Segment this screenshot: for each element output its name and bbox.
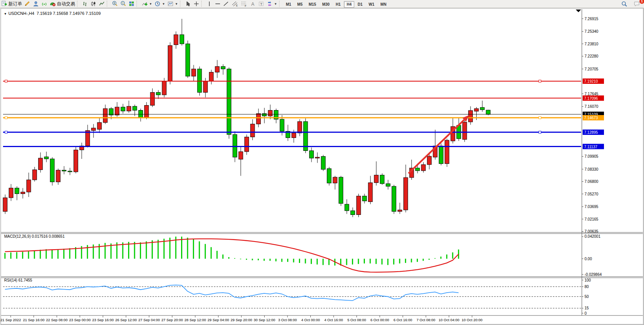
profile-button[interactable] xyxy=(32,0,40,7)
search-icon xyxy=(621,1,628,7)
zoom-out-button[interactable] xyxy=(119,0,127,7)
candle xyxy=(150,93,154,106)
timeframe-button-h1[interactable]: H1 xyxy=(333,1,343,8)
notifications-button[interactable]: 1 xyxy=(633,0,642,7)
text-label-tool-button[interactable]: T xyxy=(257,0,265,7)
price-tick-label: 7.09905 xyxy=(585,154,599,158)
candle xyxy=(469,110,473,122)
auto-trading-label: 自动交易 xyxy=(57,1,75,7)
zoom-in-button[interactable] xyxy=(111,0,119,7)
timeframe-button-d1[interactable]: D1 xyxy=(355,1,365,8)
rsi-axis-label: 50 xyxy=(585,295,589,299)
time-axis-label: 28 Sep 12:00 xyxy=(185,318,206,322)
candle xyxy=(439,146,443,164)
line-handle[interactable] xyxy=(5,131,7,133)
candle xyxy=(292,133,296,138)
periods-button[interactable]: ▼ xyxy=(153,0,166,7)
time-axis-label: 6 Oct 16:00 xyxy=(393,318,412,322)
bar-chart-button[interactable] xyxy=(81,0,89,7)
candlestick-chart-button[interactable] xyxy=(89,0,98,7)
price-tick-label: 7.23810 xyxy=(585,42,599,46)
timeframe-button-w1[interactable]: W1 xyxy=(366,1,377,8)
timeframe-button-m1[interactable]: M1 xyxy=(283,1,294,8)
candle xyxy=(339,177,343,203)
price-tick-label: 7.00635 xyxy=(585,229,599,234)
horizontal-line-tool-button[interactable] xyxy=(214,0,222,7)
toolbar-right-group: 1 xyxy=(620,0,642,8)
time-axis-label: 4 Oct 16:00 xyxy=(324,318,343,322)
text-label-icon: T xyxy=(258,1,264,7)
candle xyxy=(156,93,161,95)
bar-chart-icon xyxy=(82,1,88,7)
candle xyxy=(315,157,320,158)
price-tick-label: 7.03695 xyxy=(585,205,599,209)
timeframe-button-h4[interactable]: H4 xyxy=(344,1,354,8)
cursor-tool-button[interactable] xyxy=(184,0,192,7)
candle xyxy=(262,114,267,116)
toolbar-separator xyxy=(77,1,80,7)
time-axis-label: 10 Oct 04:00 xyxy=(438,318,459,322)
trendline-tool-button[interactable] xyxy=(222,0,230,7)
candle xyxy=(203,81,207,93)
arrows-tool-button[interactable]: ▼ xyxy=(265,0,278,7)
dropdown-caret-icon: ▼ xyxy=(175,2,178,6)
auto-trading-button[interactable]: 自动交易 xyxy=(48,0,76,7)
main-toolbar: 新订单 自动交易 xyxy=(0,0,644,8)
candle xyxy=(145,106,149,118)
line-chart-button[interactable] xyxy=(98,0,106,7)
fibonacci-tool-button[interactable]: F xyxy=(239,0,249,7)
templates-button[interactable]: ▼ xyxy=(166,0,179,7)
timeframe-button-m5[interactable]: M5 xyxy=(295,1,305,8)
timeframe-button-m30[interactable]: M30 xyxy=(320,1,332,8)
vertical-line-tool-button[interactable] xyxy=(205,0,214,7)
candle xyxy=(251,124,255,137)
candle xyxy=(50,159,55,182)
timeframe-button-mn[interactable]: MN xyxy=(378,1,389,8)
candle xyxy=(445,140,449,164)
candle xyxy=(416,168,420,171)
trendline-icon xyxy=(223,1,229,7)
signal-button[interactable] xyxy=(40,0,48,7)
line-handle[interactable] xyxy=(539,80,541,82)
trading-platform-window: { "toolbar": { "new_order": "新订单", "auto… xyxy=(0,0,644,325)
time-axis-label: 3 Oct 08:00 xyxy=(278,318,297,322)
timeframe-button-m15[interactable]: M15 xyxy=(306,1,319,8)
line-handle[interactable] xyxy=(5,80,7,82)
text-icon: A xyxy=(250,1,256,7)
search-button[interactable] xyxy=(620,0,629,7)
time-axis-label: 29 Sep 04:00 xyxy=(207,318,229,322)
candle xyxy=(198,69,202,93)
rsi-axis-label: 15 xyxy=(585,306,589,310)
indicators-button[interactable]: ▼ xyxy=(140,0,153,7)
price-badge-value: 7.11137 xyxy=(584,145,597,149)
dropdown-caret-icon: ▼ xyxy=(274,2,277,6)
new-order-label: 新订单 xyxy=(8,1,22,7)
tile-windows-button[interactable] xyxy=(127,0,136,7)
new-order-button[interactable]: 新订单 xyxy=(0,0,23,7)
price-badge-value: 7.19210 xyxy=(584,79,598,83)
svg-text:T: T xyxy=(260,2,262,6)
candle xyxy=(168,46,172,82)
text-tool-button[interactable]: A xyxy=(249,0,257,7)
svg-text:A: A xyxy=(251,2,254,7)
time-axis-label: 10 Oct 20:00 xyxy=(462,318,482,322)
line-handle[interactable] xyxy=(5,117,7,119)
svg-text:E: E xyxy=(236,4,238,7)
vertical-line-icon xyxy=(206,1,212,7)
dropdown-caret-icon: ▼ xyxy=(162,2,165,6)
cursor-icon xyxy=(185,1,191,7)
chart-symbol-header[interactable]: ▼USDCNH-,H4 7.15619 7.15658 7.14976 7.15… xyxy=(4,11,101,16)
candle xyxy=(239,152,243,159)
channel-tool-button[interactable]: E xyxy=(230,0,239,7)
chevron-down-icon: ▼ xyxy=(4,12,7,16)
rsi-axis-label: 100 xyxy=(585,278,591,282)
candle xyxy=(127,106,131,111)
candle xyxy=(404,178,408,210)
line-handle[interactable] xyxy=(539,131,541,133)
crosshair-tool-button[interactable] xyxy=(192,0,201,7)
candle xyxy=(398,210,402,211)
pencil-button[interactable] xyxy=(23,0,32,7)
candle xyxy=(85,131,90,146)
line-handle[interactable] xyxy=(539,117,541,119)
new-order-icon xyxy=(1,1,7,7)
